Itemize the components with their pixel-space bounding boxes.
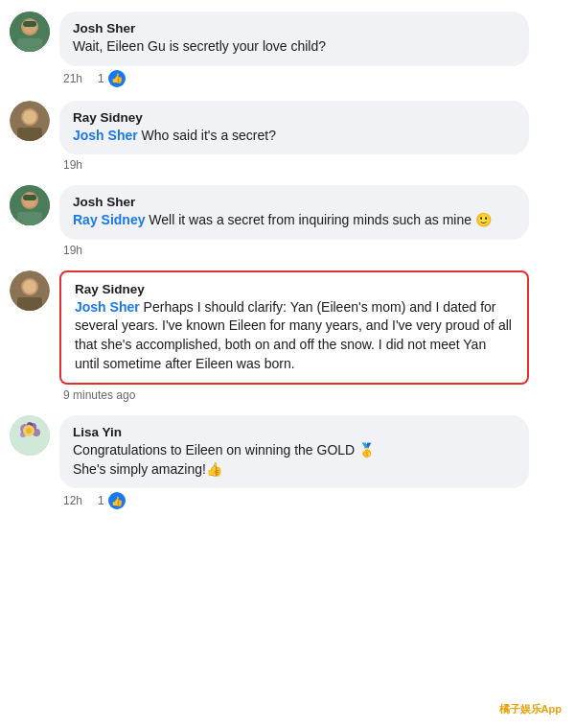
timestamp: 21h <box>63 72 82 85</box>
avatar <box>10 12 50 52</box>
svg-rect-13 <box>23 195 36 200</box>
like-icon[interactable]: 👍 <box>108 492 126 509</box>
svg-rect-11 <box>17 212 42 225</box>
comment-meta: 19h <box>59 244 565 257</box>
comment-meta: 9 minutes ago <box>59 388 565 402</box>
comment-meta: 19h <box>59 158 565 172</box>
comment-bubble: Ray SidneyJosh Sher Who said it's a secr… <box>59 101 529 155</box>
avatar <box>10 270 50 311</box>
svg-rect-4 <box>23 21 36 27</box>
author-name: Josh Sher <box>73 21 516 35</box>
comment-text: Josh Sher Perhaps I should clarify: Yan … <box>75 298 514 373</box>
like-number: 1 <box>98 494 104 507</box>
watermark-label: 橘子娱乐App <box>495 700 565 718</box>
comment-item: Lisa YinCongratulations to Eileen on win… <box>10 415 565 509</box>
comment-text: Wait, Eileen Gu is secretly your love ch… <box>73 37 516 57</box>
timestamp: 12h <box>63 494 82 507</box>
mention[interactable]: Josh Sher <box>73 128 138 143</box>
comment-bubble: Lisa YinCongratulations to Eileen on win… <box>59 415 529 488</box>
comment-item: Ray SidneyJosh Sher Who said it's a secr… <box>10 101 565 173</box>
like-icon[interactable]: 👍 <box>108 70 126 87</box>
comment-item: Josh SherRay Sidney Well it was a secret… <box>10 185 565 257</box>
svg-rect-2 <box>17 38 42 52</box>
avatar <box>10 415 50 456</box>
svg-point-8 <box>23 110 36 124</box>
comment-text: Congratulations to Eileen on winning the… <box>73 441 516 479</box>
author-name: Lisa Yin <box>73 425 516 439</box>
comment-bubble: Josh SherWait, Eileen Gu is secretly you… <box>59 12 529 66</box>
comment-meta: 12h1 👍 <box>59 492 565 509</box>
author-name: Josh Sher <box>73 195 516 209</box>
timestamp: 19h <box>63 244 82 257</box>
comment-thread: Josh SherWait, Eileen Gu is secretly you… <box>10 12 565 509</box>
author-name: Ray Sidney <box>73 110 516 125</box>
comment-item: Josh SherWait, Eileen Gu is secretly you… <box>10 12 565 87</box>
svg-rect-16 <box>17 297 42 311</box>
comment-bubble: Josh SherRay Sidney Well it was a secret… <box>59 185 529 240</box>
author-name: Ray Sidney <box>75 282 514 296</box>
like-count: 1 👍 <box>98 70 126 87</box>
like-count: 1 👍 <box>98 492 126 509</box>
mention[interactable]: Josh Sher <box>75 299 140 315</box>
svg-point-17 <box>23 280 36 294</box>
avatar <box>10 101 50 141</box>
comment-meta: 21h1 👍 <box>59 70 565 87</box>
avatar <box>10 185 50 225</box>
timestamp: 19h <box>63 158 82 172</box>
comment-text: Josh Sher Who said it's a secret? <box>73 127 516 146</box>
mention[interactable]: Ray Sidney <box>73 212 145 227</box>
comment-bubble: Ray SidneyJosh Sher Perhaps I should cla… <box>59 270 529 385</box>
comment-item: Ray SidneyJosh Sher Perhaps I should cla… <box>10 270 565 402</box>
like-number: 1 <box>98 72 104 85</box>
comment-text: Ray Sidney Well it was a secret from inq… <box>73 211 516 230</box>
svg-rect-7 <box>17 128 42 141</box>
svg-point-25 <box>26 428 32 434</box>
timestamp: 9 minutes ago <box>63 388 135 402</box>
